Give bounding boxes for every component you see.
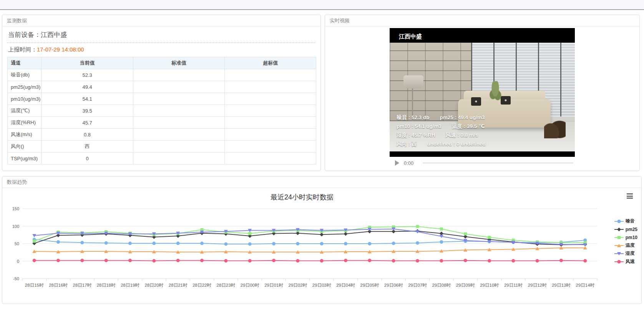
- svg-text:50: 50: [15, 241, 19, 246]
- legend-item-噪音[interactable]: 噪音: [614, 217, 637, 225]
- legend-item-风速[interactable]: 风速: [614, 258, 637, 266]
- table-row: 风速(m/s)0.8: [8, 129, 316, 141]
- table-header-cell: 超标值: [225, 57, 316, 69]
- svg-text:29日04时: 29日04时: [336, 283, 355, 287]
- trend-panel: 数据趋势 最近24小时实时数据 150100500-5028日15时28日16时…: [2, 176, 642, 304]
- svg-text:29日12时: 29日12时: [528, 283, 547, 287]
- svg-text:28日22时: 28日22时: [193, 283, 211, 287]
- chart-menu-icon[interactable]: [627, 193, 633, 199]
- table-cell-exceed: [225, 81, 316, 93]
- video-overlay-line: 湿度 : 45.7 %RH 风速 : 0.8 m/s: [397, 131, 486, 140]
- video-progress-bar[interactable]: [423, 163, 573, 163]
- table-cell-channel: 噪音(db): [8, 69, 41, 81]
- top-bar: [0, 0, 644, 10]
- table-cell-standard: [133, 141, 224, 153]
- svg-text:29日14时: 29日14时: [576, 283, 595, 287]
- table-cell-exceed: [225, 93, 316, 105]
- table-cell-exceed: [225, 153, 316, 164]
- table-cell-current: 49.4: [41, 81, 133, 93]
- legend-item-pm25[interactable]: pm25: [614, 225, 637, 233]
- legend-label: 噪音: [626, 218, 635, 224]
- legend-item-pm10[interactable]: pm10: [614, 233, 637, 241]
- video-time: 0:00: [404, 160, 413, 166]
- table-row: pm25(ug/m3)49.4: [8, 81, 316, 93]
- legend-marker-icon: [614, 235, 624, 240]
- table-cell-channel: 温度(℃): [8, 105, 41, 117]
- svg-text:28日15时: 28日15时: [25, 283, 44, 287]
- svg-text:28日23时: 28日23时: [217, 283, 236, 287]
- table-cell-channel: 湿度(%RH): [8, 117, 41, 129]
- video-panel: 实时视频 江西中盛 噪音 : 52.3 db pm25 : 49.4 ug/m3…: [325, 15, 640, 171]
- legend-label: pm25: [626, 227, 637, 232]
- monitor-panel-title: 监测数据: [2, 15, 320, 27]
- play-icon[interactable]: [395, 160, 399, 166]
- table-cell-channel: 风速(m/s): [8, 129, 41, 141]
- svg-text:28日17时: 28日17时: [73, 283, 92, 287]
- svg-text:0: 0: [17, 259, 19, 264]
- svg-text:29日09时: 29日09时: [456, 283, 475, 287]
- legend-marker-icon: [614, 227, 624, 232]
- svg-text:28日18时: 28日18时: [97, 283, 116, 287]
- table-cell-exceed: [225, 117, 316, 129]
- table-cell-standard: [133, 81, 224, 93]
- table-cell-standard: [133, 93, 224, 105]
- video-overlay-device-name: 江西中盛: [399, 33, 422, 40]
- svg-text:29日10时: 29日10时: [480, 283, 499, 287]
- svg-text:29日06时: 29日06时: [384, 283, 403, 287]
- table-header-cell: 标准值: [133, 57, 224, 69]
- table-cell-channel: 风向(): [8, 141, 41, 153]
- legend-item-温度[interactable]: 温度: [614, 241, 637, 249]
- table-cell-channel: TSP(ug/m3): [8, 153, 41, 164]
- report-time-value: 17-07-29 14:08:00: [37, 46, 84, 53]
- table-cell-standard: [133, 69, 224, 81]
- table-row: 风向()西: [8, 141, 316, 153]
- legend-label: 湿度: [626, 250, 635, 257]
- legend-item-湿度[interactable]: 湿度: [614, 249, 637, 258]
- svg-text:150: 150: [12, 206, 19, 211]
- table-row: 噪音(db)52.3: [8, 69, 316, 81]
- legend-label: 温度: [626, 242, 635, 249]
- svg-text:29日11时: 29日11时: [504, 283, 523, 287]
- plant-decor: [488, 81, 503, 106]
- video-overlay-line: 噪音 : 52.3 db pm25 : 49.4 ug/m3: [397, 113, 486, 122]
- table-cell-exceed: [225, 69, 316, 81]
- video-controls: 0:00: [390, 158, 575, 168]
- svg-text:29日01时: 29日01时: [264, 283, 283, 287]
- table-cell-current: 0.8: [41, 129, 133, 141]
- table-cell-standard: [133, 153, 224, 164]
- svg-text:28日16时: 28日16时: [49, 283, 68, 287]
- device-label: 当前设备：: [8, 31, 41, 38]
- svg-text:29日03时: 29日03时: [312, 283, 331, 287]
- report-time-row: 上报时间：17-07-29 14:08:00: [7, 43, 315, 57]
- legend-label: 风速: [626, 258, 635, 265]
- video-data-overlay: 噪音 : 52.3 db pm25 : 49.4 ug/m3pm10 : 54.…: [397, 113, 486, 148]
- table-cell-standard: [133, 129, 224, 141]
- trend-panel-title: 数据趋势: [2, 176, 641, 188]
- svg-text:-50: -50: [13, 276, 19, 281]
- video-overlay-line: pm10 : 54.1 ug/m3 温度 : 39.5 ℃: [397, 122, 486, 131]
- svg-text:29日08时: 29日08时: [432, 283, 451, 287]
- table-cell-exceed: [225, 129, 316, 141]
- table-row: 温度(℃)39.5: [8, 105, 316, 117]
- video-player[interactable]: 江西中盛 噪音 : 52.3 db pm25 : 49.4 ug/m3pm10 …: [390, 28, 575, 157]
- table-row: 湿度(%RH)45.7: [8, 117, 316, 129]
- vases-decor: [544, 116, 566, 138]
- monitor-panel: 监测数据 当前设备：江西中盛 上报时间：17-07-29 14:08:00 通道…: [2, 15, 321, 171]
- svg-text:29日07时: 29日07时: [408, 283, 427, 287]
- table-cell-standard: [133, 117, 224, 129]
- svg-text:29日00时: 29日00时: [241, 283, 259, 287]
- svg-text:28日20时: 28日20时: [145, 283, 164, 287]
- chart-legend: 噪音pm25pm10温度湿度风速: [614, 217, 637, 266]
- svg-text:28日19时: 28日19时: [121, 283, 139, 287]
- table-cell-exceed: [225, 105, 316, 117]
- svg-text:100: 100: [12, 224, 19, 229]
- table-cell-current: 45.7: [41, 117, 133, 129]
- table-cell-current: 54.1: [41, 93, 133, 105]
- legend-marker-icon: [614, 243, 624, 248]
- svg-text:29日02时: 29日02时: [289, 283, 307, 287]
- table-row: pm10(ug/m3)54.1: [8, 93, 316, 105]
- trend-chart: 150100500-5028日15时28日16时28日17时28日18时28日1…: [2, 199, 609, 294]
- table-header-cell: 通道: [8, 57, 41, 69]
- table-cell-exceed: [225, 141, 316, 153]
- table-cell-channel: pm25(ug/m3): [8, 81, 41, 93]
